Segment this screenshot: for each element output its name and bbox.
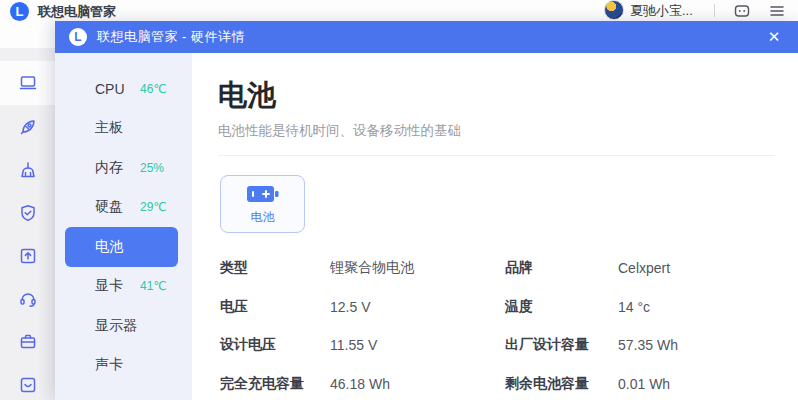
spec-value: 14 °c — [618, 299, 775, 315]
battery-panel: 电池 电池性能是待机时间、设备移动性的基础 电池 类型 锂聚合物电池 品牌 Ce… — [192, 53, 798, 400]
spec-label: 出厂设计容量 — [505, 336, 618, 354]
page-subtitle: 电池性能是待机时间、设备移动性的基础 — [218, 121, 775, 141]
nav-toolbox-icon[interactable] — [0, 320, 56, 363]
sidebar-item-label: 主板 — [95, 119, 123, 137]
hardware-details-dialog: L 联想电脑管家 - 硬件详情 ✕ CPU 46℃ 主板 内存 25% 硬盘 2… — [55, 21, 798, 400]
nav-clean-broom-icon[interactable] — [0, 148, 56, 191]
nav-support-headset-icon[interactable] — [0, 277, 56, 320]
spec-value: 11.55 V — [330, 337, 505, 353]
sidebar-item-cpu[interactable]: CPU 46℃ — [65, 69, 178, 109]
temp-badge: 29℃ — [140, 200, 167, 214]
sidebar-item-label: 显示器 — [95, 317, 137, 335]
app-logo-icon: L — [10, 2, 29, 21]
spec-label: 温度 — [505, 298, 618, 316]
sidebar-item-gpu[interactable]: 显卡 41℃ — [65, 267, 178, 307]
divider — [218, 155, 775, 156]
battery-specs-table: 类型 锂聚合物电池 品牌 Celxpert 电压 12.5 V 温度 14 °c… — [220, 249, 775, 400]
sidebar-item-label: 内存 — [95, 159, 123, 177]
main-nav-strip — [0, 48, 56, 400]
sidebar-item-motherboard[interactable]: 主板 — [65, 109, 178, 149]
spec-label: 电压 — [220, 298, 330, 316]
spec-label: 类型 — [220, 259, 330, 277]
sidebar-item-battery[interactable]: 电池 — [65, 227, 178, 267]
spec-value: Celxpert — [618, 260, 775, 276]
battery-card-label: 电池 — [251, 209, 275, 226]
app-title: 联想电脑管家 — [38, 3, 116, 21]
spec-value: 57.35 Wh — [618, 337, 775, 353]
sidebar-item-label: CPU — [95, 81, 125, 97]
nav-driver-update-icon[interactable] — [0, 234, 56, 277]
nav-app-box-icon[interactable] — [0, 363, 56, 400]
dialog-title: 联想电脑管家 - 硬件详情 — [97, 28, 245, 46]
sidebar-item-label: 硬盘 — [95, 198, 123, 216]
sidebar-item-disk[interactable]: 硬盘 29℃ — [65, 188, 178, 228]
page-title: 电池 — [218, 75, 775, 115]
sidebar-item-memory[interactable]: 内存 25% — [65, 148, 178, 188]
usage-badge: 25% — [140, 161, 164, 175]
user-name[interactable]: 夏驰小宝... — [630, 2, 693, 20]
dialog-logo-icon: L — [69, 28, 87, 46]
nav-boost-rocket-icon[interactable] — [0, 105, 56, 148]
sidebar-item-label: 显卡 — [95, 277, 123, 295]
spec-label: 设计电压 — [220, 336, 330, 354]
menu-icon[interactable] — [768, 2, 786, 20]
close-icon[interactable]: ✕ — [762, 25, 786, 49]
battery-icon — [244, 183, 282, 205]
sidebar-item-soundcard[interactable]: 声卡 — [65, 346, 178, 386]
spec-value: 锂聚合物电池 — [330, 259, 505, 277]
battery-device-card[interactable]: 电池 — [220, 175, 305, 233]
sidebar-item-label: 电池 — [95, 238, 123, 256]
spec-value: 12.5 V — [330, 299, 505, 315]
spec-value: 46.18 Wh — [330, 376, 505, 392]
spec-value: 0.01 Wh — [618, 376, 775, 392]
titlebar-divider — [714, 4, 715, 17]
sidebar-item-display[interactable]: 显示器 — [65, 306, 178, 346]
dialog-titlebar[interactable]: L 联想电脑管家 - 硬件详情 ✕ — [55, 21, 798, 53]
sidebar-item-label: 声卡 — [95, 356, 123, 374]
nav-hardware-laptop-icon[interactable] — [0, 61, 56, 105]
temp-badge: 46℃ — [140, 82, 167, 96]
user-avatar[interactable] — [604, 0, 624, 20]
temp-badge: 41℃ — [140, 279, 167, 293]
spec-label: 品牌 — [505, 259, 618, 277]
spec-label: 完全充电容量 — [220, 375, 330, 393]
nav-security-shield-icon[interactable] — [0, 191, 56, 234]
feedback-icon[interactable] — [733, 2, 751, 20]
hardware-sidebar: CPU 46℃ 主板 内存 25% 硬盘 29℃ 电池 显卡 41℃ 显 — [55, 53, 192, 400]
spec-label: 剩余电池容量 — [505, 375, 618, 393]
